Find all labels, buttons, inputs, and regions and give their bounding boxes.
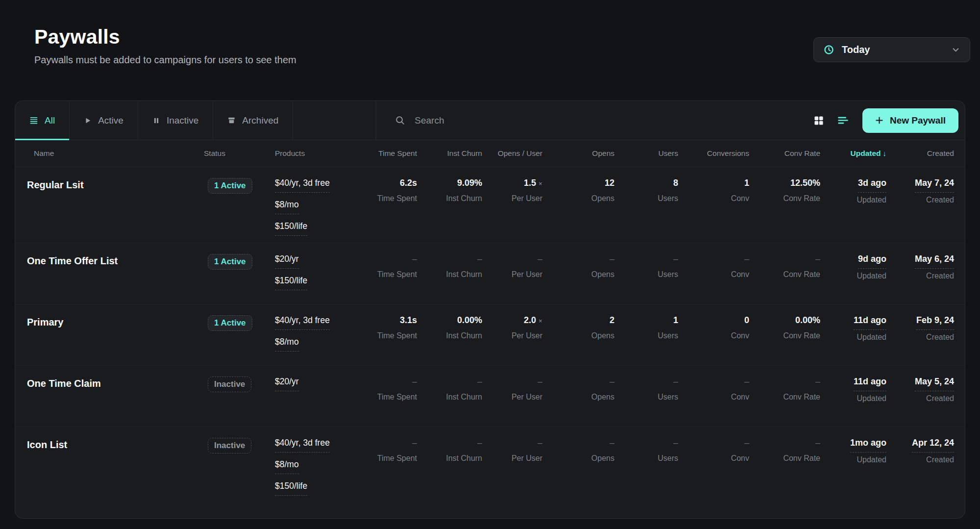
- metric-cell: 8Users: [614, 178, 678, 203]
- metric-label: Conv: [678, 270, 749, 279]
- metric-cell: –Opens: [542, 254, 614, 279]
- metric-value: 0.00%: [749, 315, 820, 326]
- product-price[interactable]: $40/yr, 3d free: [275, 178, 330, 193]
- created-cell: Apr 12, 24Created: [886, 438, 954, 464]
- date-filter-button[interactable]: Today: [813, 37, 970, 62]
- created-cell: May 6, 24Created: [886, 254, 954, 280]
- metric-value: –: [482, 377, 542, 387]
- created-value[interactable]: Feb 9, 24: [916, 315, 954, 330]
- created-value[interactable]: Apr 12, 24: [912, 438, 954, 453]
- column-header-conversions[interactable]: Conversions: [678, 149, 749, 158]
- metric-cell: 1Conv: [678, 178, 749, 203]
- new-paywall-button[interactable]: New Paywall: [862, 108, 958, 133]
- created-value[interactable]: May 7, 24: [915, 178, 954, 193]
- column-header-status[interactable]: Status: [204, 149, 275, 158]
- tab-all[interactable]: All: [15, 101, 70, 140]
- created-value[interactable]: May 5, 24: [915, 377, 954, 391]
- column-header-users[interactable]: Users: [614, 149, 678, 158]
- status-badge: Inactive: [208, 438, 251, 453]
- tab-active[interactable]: Active: [70, 101, 138, 140]
- product-price[interactable]: $40/yr, 3d free: [275, 438, 330, 453]
- metric-label: Inst Churn: [417, 270, 482, 279]
- column-header-conv-rate[interactable]: Conv Rate: [749, 149, 820, 158]
- metric-label: Users: [614, 270, 678, 279]
- metric-cell: –Conv Rate: [749, 377, 820, 402]
- metric-cell: 2.0×Per User: [482, 315, 542, 340]
- column-header-opens[interactable]: Opens: [542, 149, 614, 158]
- paywall-name: Primary: [27, 315, 204, 328]
- metric-value: –: [614, 377, 678, 387]
- table-body: Regular Lsit1 Active$40/yr, 3d free$8/mo…: [15, 167, 965, 503]
- metric-label: Time Spent: [366, 270, 417, 279]
- metric-value: 0: [678, 315, 749, 326]
- metric-cell: 6.2sTime Spent: [366, 178, 417, 203]
- metric-value: –: [482, 438, 542, 449]
- metric-value: 8: [614, 178, 678, 189]
- metric-label: Conv Rate: [749, 331, 820, 340]
- product-price[interactable]: $150/life: [275, 221, 307, 236]
- metric-label: Users: [614, 194, 678, 203]
- updated-value[interactable]: 1mo ago: [850, 438, 886, 453]
- column-header-opens-user[interactable]: Opens / User: [482, 149, 542, 158]
- metric-value: 12: [542, 178, 614, 189]
- metric-label: Per User: [482, 194, 542, 203]
- column-header-name[interactable]: Name: [27, 149, 204, 158]
- updated-value[interactable]: 11d ago: [854, 377, 886, 391]
- tab-archived[interactable]: Archived: [213, 101, 293, 140]
- metric-label: Conv Rate: [749, 194, 820, 203]
- tab-inactive[interactable]: Inactive: [138, 101, 213, 140]
- table-row[interactable]: One Time ClaimInactive$20/yr–Time Spent–…: [15, 366, 965, 427]
- metric-cell: –Time Spent: [366, 377, 417, 402]
- updated-value[interactable]: 11d ago: [854, 315, 886, 330]
- product-price[interactable]: $8/mo: [275, 337, 299, 352]
- list-view-icon[interactable]: [837, 115, 849, 126]
- product-price[interactable]: $8/mo: [275, 200, 299, 214]
- created-label: Created: [886, 394, 954, 403]
- updated-cell: 1mo agoUpdated: [820, 438, 886, 464]
- updated-cell: 11d agoUpdated: [820, 315, 886, 342]
- metric-value: 1: [678, 178, 749, 189]
- metric-label: Time Spent: [366, 331, 417, 340]
- tab-label: Archived: [242, 115, 278, 126]
- column-header-products[interactable]: Products: [275, 149, 366, 158]
- metric-value: –: [542, 438, 614, 449]
- search-input[interactable]: [414, 115, 619, 126]
- paywalls-panel: AllActiveInactiveArchived New Paywall Na…: [15, 101, 965, 519]
- product-price[interactable]: $150/life: [275, 276, 307, 290]
- created-cell: Feb 9, 24Created: [886, 315, 954, 342]
- metric-value: –: [542, 254, 614, 265]
- table-row[interactable]: Icon ListInactive$40/yr, 3d free$8/mo$15…: [15, 427, 965, 503]
- multiplier-suffix: ×: [539, 180, 542, 187]
- product-price[interactable]: $40/yr, 3d free: [275, 315, 330, 330]
- product-price[interactable]: $150/life: [275, 481, 307, 496]
- status-badge: 1 Active: [208, 315, 252, 331]
- metric-value: 3.1s: [366, 315, 417, 326]
- created-cell: May 7, 24Created: [886, 178, 954, 204]
- product-price[interactable]: $8/mo: [275, 459, 299, 474]
- column-header-inst-churn[interactable]: Inst Churn: [417, 149, 482, 158]
- product-price[interactable]: $20/yr: [275, 254, 299, 269]
- metric-cell: –Time Spent: [366, 254, 417, 279]
- table-row[interactable]: Primary1 Active$40/yr, 3d free$8/mo3.1sT…: [15, 304, 965, 366]
- updated-value[interactable]: 3d ago: [858, 178, 886, 193]
- metric-label: Per User: [482, 331, 542, 340]
- clock-icon: [824, 45, 834, 55]
- column-header-updated[interactable]: Updated↓: [820, 149, 886, 158]
- column-header-created[interactable]: Created: [886, 149, 954, 158]
- metric-value: –: [678, 254, 749, 265]
- table-row[interactable]: One Time Offer List1 Active$20/yr$150/li…: [15, 243, 965, 304]
- metric-label: Users: [614, 454, 678, 463]
- metric-value: –: [614, 254, 678, 265]
- column-header-time-spent[interactable]: Time Spent: [366, 149, 417, 158]
- multiplier-suffix: ×: [539, 317, 542, 325]
- metric-cell: 12Opens: [542, 178, 614, 203]
- grid-view-icon[interactable]: [813, 115, 824, 126]
- status-cell: Inactive: [204, 377, 275, 392]
- tab-label: All: [45, 115, 55, 126]
- product-price[interactable]: $20/yr: [275, 377, 299, 391]
- updated-value[interactable]: 9d ago: [858, 254, 886, 269]
- created-value[interactable]: May 6, 24: [915, 254, 954, 269]
- updated-label: Updated: [820, 394, 886, 403]
- table-row[interactable]: Regular Lsit1 Active$40/yr, 3d free$8/mo…: [15, 167, 965, 243]
- metric-cell: –Inst Churn: [417, 438, 482, 463]
